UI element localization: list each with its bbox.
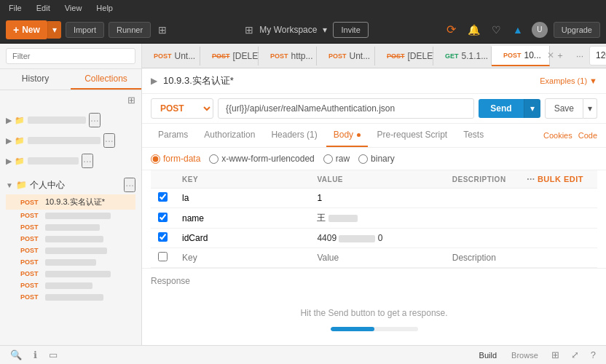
sidebar-folder-2[interactable]: ▶ 📁 ··· [0, 130, 141, 151]
req-tab-tests[interactable]: Tests [456, 124, 491, 147]
status-help-button[interactable]: ? [588, 348, 599, 362]
sidebar-item-8[interactable]: POST [6, 280, 135, 291]
tab-2[interactable]: POST [DELETED] [200, 47, 259, 66]
chevron-icon: ▶ [6, 116, 12, 125]
raw-option[interactable]: raw [323, 154, 350, 164]
urlencoded-option[interactable]: x-www-form-urlencoded [209, 154, 314, 164]
breadcrumb-arrow: ▶ [151, 76, 157, 86]
tabs-overflow-button[interactable]: ··· [570, 47, 589, 66]
folder-more-button-2[interactable]: ··· [103, 133, 115, 148]
tab-1[interactable]: POST Unt... [142, 47, 200, 66]
save-button[interactable]: Save [545, 98, 583, 119]
menu-view[interactable]: View [62, 2, 85, 14]
sidebar-folder-1[interactable]: ▶ 📁 ··· [0, 110, 141, 130]
key-input[interactable] [182, 193, 302, 203]
group-header[interactable]: ▼ 📁 个人中心 ··· [6, 175, 135, 194]
notification-button[interactable]: 🔔 [465, 23, 483, 37]
placeholder-key-input[interactable] [182, 253, 302, 263]
req-tab-headers[interactable]: Headers (1) [264, 124, 324, 147]
th-checkbox [151, 170, 175, 189]
folder-more-button[interactable]: ··· [89, 113, 101, 127]
folder-more-button-3[interactable]: ··· [82, 154, 93, 168]
code-link[interactable]: Code [578, 131, 597, 140]
tab-5[interactable]: POST [DELETED] [375, 47, 433, 66]
binary-option[interactable]: binary [358, 154, 395, 164]
send-button[interactable]: Send [479, 99, 523, 118]
new-button[interactable]: + New [6, 20, 47, 39]
sidebar-search-area [0, 44, 141, 69]
tab-3[interactable]: POST http... [259, 47, 317, 66]
status-resize-button[interactable]: ⤢ [568, 348, 582, 362]
row-checkbox-2[interactable] [158, 213, 168, 222]
status-browse-tab[interactable]: Browse [507, 349, 543, 361]
runner-button[interactable]: Runner [109, 22, 151, 38]
sidebar-item-active[interactable]: POST 10.9.3.实名认证* [6, 194, 135, 210]
save-dropdown-button[interactable]: ▾ [583, 98, 597, 119]
sidebar-item-5[interactable]: POST [6, 245, 135, 256]
sidebar-item-7[interactable]: POST [6, 268, 135, 280]
cookies-link[interactable]: Cookies [543, 131, 572, 140]
desc-input-3[interactable] [452, 233, 590, 243]
row-desc-cell [445, 189, 597, 208]
new-collection-button[interactable]: ⊞ [126, 93, 137, 107]
tab-6[interactable]: GET 5.1.1... [433, 47, 492, 66]
invite-button[interactable]: Invite [333, 22, 368, 38]
row-checkbox[interactable] [158, 192, 168, 202]
search-input[interactable] [6, 48, 135, 64]
upgrade-button[interactable]: Upgrade [554, 22, 600, 38]
sidebar-item-2[interactable]: POST [6, 210, 135, 221]
star-button[interactable]: ♡ [489, 23, 504, 37]
placeholder-value-input[interactable] [317, 253, 437, 263]
menu-help[interactable]: Help [93, 2, 116, 14]
status-info-button[interactable]: ℹ [31, 348, 40, 362]
more-tools-button[interactable]: ⊞ [155, 23, 170, 37]
req-tab-body[interactable]: Body [326, 124, 369, 147]
import-button[interactable]: Import [66, 22, 104, 38]
examples-button[interactable]: Examples (1) ▼ [540, 76, 597, 85]
status-build-tab[interactable]: Build [475, 349, 501, 361]
sidebar-folder-3[interactable]: ▶ 📁 ··· [0, 151, 141, 171]
new-tab-button[interactable]: ＋ [550, 45, 570, 66]
row-checkbox-3[interactable] [158, 232, 168, 242]
placeholder-checkbox[interactable] [158, 252, 168, 261]
new-dropdown-button[interactable]: ▾ [47, 21, 61, 39]
status-layout-button[interactable]: ⊞ [548, 348, 562, 362]
status-terminal-button[interactable]: ▭ [46, 348, 60, 362]
req-tab-params[interactable]: Params [151, 124, 195, 147]
menu-edit[interactable]: Edit [34, 2, 53, 14]
desc-input[interactable] [452, 193, 590, 203]
body-tab-dot [357, 133, 361, 137]
sidebar-item-6[interactable]: POST [6, 256, 135, 268]
url-input[interactable] [218, 98, 474, 119]
menu-file[interactable]: File [6, 2, 25, 14]
desc-input-2[interactable] [452, 213, 590, 223]
method-select[interactable]: POST GET PUT DELETE [151, 98, 213, 119]
req-tab-pre-request[interactable]: Pre-request Script [369, 124, 454, 147]
send-dropdown-button[interactable]: ▾ [524, 99, 540, 118]
row-value-cell-2: 王 [310, 208, 444, 229]
sync-button[interactable]: ⟳ [444, 21, 459, 38]
group-more-button[interactable]: ··· [124, 178, 135, 192]
bulk-edit-button[interactable]: Bulk Edit [538, 175, 583, 183]
avatar[interactable]: U [532, 22, 548, 38]
placeholder-desc-input[interactable] [452, 253, 590, 263]
status-search-button[interactable]: 🔍 [7, 348, 25, 362]
tab-7-active[interactable]: POST 10... ✕ [492, 46, 550, 66]
form-data-option[interactable]: form-data [151, 154, 200, 164]
key-input-3[interactable] [182, 233, 302, 243]
menubar: File Edit View Help [0, 0, 606, 16]
status-left: 🔍 ℹ ▭ [7, 348, 60, 362]
server-selector[interactable]: 120正式服务器 ▾ [589, 46, 606, 66]
tab-4[interactable]: POST Unt... [317, 47, 375, 66]
sidebar-tabs: History Collections [0, 69, 141, 90]
sidebar-item-9[interactable]: POST [6, 291, 135, 303]
cloud-button[interactable]: ▲ [510, 23, 526, 37]
req-tab-authorization[interactable]: Authorization [197, 124, 262, 147]
sidebar-item-3[interactable]: POST [6, 221, 135, 233]
key-input-2[interactable] [182, 213, 302, 223]
tab-collections[interactable]: Collections [71, 69, 141, 90]
value-input[interactable] [317, 193, 437, 203]
row-checkbox-cell-3 [151, 229, 175, 248]
sidebar-item-4[interactable]: POST [6, 233, 135, 245]
tab-history[interactable]: History [0, 69, 71, 90]
